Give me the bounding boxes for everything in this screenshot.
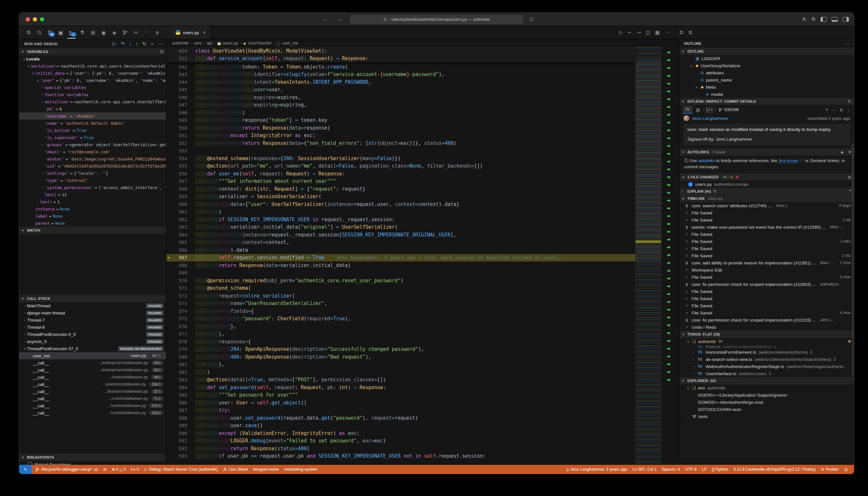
github-icon[interactable]: ◉ bbox=[99, 26, 108, 38]
branch-item[interactable]: lifecycle/fix-debugger-setup* bbox=[33, 467, 101, 471]
toggle-secondary-sidebar-icon[interactable] bbox=[843, 17, 849, 22]
code-line[interactable]: 579············204: OpenApiResponse(desc… bbox=[166, 346, 635, 353]
step-into-icon[interactable]: ↓ bbox=[129, 41, 131, 47]
code-line[interactable]: 542················token: Token = Token.… bbox=[166, 63, 635, 71]
language-item[interactable]: {} Python bbox=[709, 467, 731, 471]
problems-item[interactable]: ⊗ 0 △ 0 bbox=[109, 467, 128, 471]
code-line[interactable]: 549················response["token"] = t… bbox=[166, 117, 635, 124]
code-line[interactable]: 577········), bbox=[166, 330, 635, 338]
secondary-sidebar-icon-1[interactable]: ⧉ bbox=[680, 30, 683, 35]
call-stack-frame[interactable]: __call__.../brands/middleware.py31:1 bbox=[19, 388, 166, 395]
todo-item[interactable]: ›TSHorizontalFormElement.ts(web/src/elem… bbox=[680, 348, 854, 356]
timeline-item[interactable]: ○Workspace Edit bbox=[680, 266, 854, 274]
code-line[interactable]: 590········except (ValidationError, Inte… bbox=[166, 430, 635, 437]
outline-item[interactable]: ∨◆Meta bbox=[680, 83, 854, 91]
gitlens-search-tab[interactable] bbox=[683, 106, 693, 114]
breadcrumb-item[interactable]: users.py bbox=[223, 41, 238, 45]
encoding-item[interactable]: UTF-8 bbox=[682, 467, 699, 471]
variable-row[interactable]: ∨'user'={'pk': 6, 'username': 'akadmin',… bbox=[19, 77, 166, 84]
close-tab-icon[interactable]: ✕ bbox=[203, 30, 206, 35]
explorer-go-item[interactable]: GOTOOLCHAIN=auto bbox=[680, 406, 854, 413]
variable-row[interactable]: 'avatar'='data:image/svg+xml;base64,PHN2… bbox=[19, 155, 166, 162]
breadcrumb[interactable]: authentik›core›api›users.py›◆UserViewSet… bbox=[166, 39, 679, 47]
more-actions-icon[interactable]: ⋯ bbox=[845, 41, 850, 46]
call-stack-frame[interactable]: __call__.../enterprise/middleware.py39:1 bbox=[19, 359, 166, 367]
author-name[interactable]: Jens Langhammer bbox=[692, 116, 728, 121]
back-icon[interactable]: ← bbox=[832, 108, 836, 112]
breadcrumb-item[interactable]: api bbox=[206, 41, 212, 45]
code-line[interactable]: 551············except IntegrityError as … bbox=[166, 132, 635, 140]
gitlens-section-header[interactable]: ∨ GITLENS: INSPECT: COMMIT DETAILS ↻ bbox=[680, 98, 854, 105]
code-line[interactable]: 573············name="UserPasswordSetSeri… bbox=[166, 300, 635, 308]
jira-issues-link[interactable]: Jira issues bbox=[778, 158, 798, 164]
code-line[interactable]: 574············fields={ bbox=[166, 307, 635, 315]
timeline-item[interactable]: ○File Saved bbox=[680, 295, 854, 302]
variable-row[interactable]: 'username'='akadmin' bbox=[19, 112, 166, 120]
toggle-primary-sidebar-icon[interactable] bbox=[821, 17, 827, 22]
explorer-go-section-header[interactable]: ∨ EXPLORER: GO bbox=[680, 377, 854, 384]
restart-icon[interactable]: ↻ bbox=[142, 41, 146, 47]
timeline-item[interactable]: ○File Saved bbox=[680, 209, 854, 216]
code-line[interactable]: 585········"""Set password for user""" bbox=[166, 391, 635, 399]
variable-row[interactable]: ∨serializer=<authentik.core.api.users.Se… bbox=[19, 62, 166, 69]
code-line[interactable]: ➤567········self.request.session.modifie… bbox=[166, 254, 635, 262]
variable-row[interactable]: len()=1 bbox=[19, 198, 166, 205]
commit-author-row[interactable]: Jens Langhammer committed 3 years ago bbox=[680, 114, 854, 122]
next-change-icon[interactable]: ⇢ bbox=[637, 30, 641, 35]
code-line[interactable]: 559········serializer = SessionUserSeria… bbox=[166, 193, 635, 201]
outline-item[interactable]: ⊡model bbox=[680, 91, 854, 98]
call-stack-frame[interactable]: __call__.../root/middleware.py275:1 bbox=[19, 402, 166, 409]
autolinks-link[interactable]: autolinks bbox=[698, 158, 715, 163]
more-actions-icon[interactable]: ⋯ bbox=[665, 30, 669, 35]
breadcrumb-item[interactable]: user_me bbox=[282, 41, 298, 45]
code-line[interactable]: 568········return Response(data=serializ… bbox=[166, 262, 635, 269]
variable-row[interactable]: ›'settings'={'locale': ''} bbox=[19, 170, 166, 177]
prev-change-icon[interactable]: ⇠ bbox=[627, 30, 632, 35]
interpreter-item[interactable]: 3.12.8 ('authentik-xEAhpGPh-py3.12': Poe… bbox=[731, 467, 818, 471]
changed-file-row[interactable]: ± users.py authentik/core/api bbox=[680, 181, 854, 188]
explorer-go-item[interactable]: ›⚒tools bbox=[680, 413, 854, 420]
code-line[interactable]: 565················context=context, bbox=[166, 239, 635, 247]
commit-sha[interactable]: f285096 bbox=[718, 108, 739, 112]
variable-row[interactable]: ›'groups'=<generator object UserSelfSeri… bbox=[19, 141, 166, 148]
nav-back-icon[interactable]: ← bbox=[323, 16, 328, 22]
code-line[interactable]: 556····def user_me(self, request: Reques… bbox=[166, 170, 635, 178]
variable-row[interactable]: ›special variables bbox=[19, 84, 166, 91]
sticky-line[interactable]: 512····def service_account(self, request… bbox=[166, 55, 635, 63]
settings-gear-icon[interactable]: ⚙ bbox=[811, 16, 816, 22]
sticky-line[interactable]: 424class UserViewSet(UsedByMixin, ModelV… bbox=[166, 47, 635, 55]
call-stack-frame[interactable]: __call__.../core/middleware.py48:1 bbox=[19, 374, 166, 381]
checkbox[interactable] bbox=[28, 462, 32, 465]
timeline-item[interactable]: ϕevents: make sure password set event ha… bbox=[680, 223, 854, 231]
code-line[interactable]: 592············return Response(status=40… bbox=[166, 445, 635, 452]
nav-forward-icon[interactable]: → bbox=[337, 16, 342, 22]
code-line[interactable]: 562········if SESSION_KEY_IMPERSONATE_US… bbox=[166, 216, 635, 223]
code-line[interactable]: 570····@permission_required(obj_perm="au… bbox=[166, 277, 635, 284]
explain-ai-section-header[interactable]: › EXPLAIN (AI) ⚗ ❞ bbox=[680, 188, 854, 195]
variables-actions-icon[interactable]: ⧉ bbox=[160, 49, 164, 54]
code-line[interactable]: 563············serializer.initial_data["… bbox=[166, 223, 635, 231]
pin-icon[interactable]: ⌖ bbox=[826, 107, 828, 112]
variable-row[interactable]: ›'system_permissions'=['access_admin_int… bbox=[19, 184, 166, 191]
timeline-item[interactable]: ϕcore: add ability to provide reason for… bbox=[680, 259, 854, 266]
timeline-item[interactable]: ○File Saved bbox=[680, 288, 854, 295]
code-line[interactable]: 546····················expires=expires, bbox=[166, 94, 635, 101]
code-line[interactable]: 553 bbox=[166, 147, 635, 155]
code-line[interactable]: 548················) bbox=[166, 109, 635, 117]
code-line[interactable]: 587········try: bbox=[166, 407, 635, 415]
files-changed-section-header[interactable]: ∨ 1 FILE CHANGED +0 ~1 -0 ≣ bbox=[680, 173, 854, 181]
variable-row[interactable]: ›serializer=<authentik.core.api.users.Us… bbox=[19, 98, 166, 105]
code-line[interactable]: 544····················intent=TokenInten… bbox=[166, 78, 635, 86]
run-python-icon[interactable]: ▷ bbox=[619, 30, 623, 35]
secondary-sidebar-icon-2[interactable]: ≣ bbox=[688, 30, 693, 35]
explorer-go-item[interactable]: GOMOD=~/dev/authentik/go.mod bbox=[680, 399, 854, 406]
monitoring-system-item[interactable]: monitoring-system bbox=[282, 467, 320, 471]
outline-item[interactable]: ▤LOGGER bbox=[680, 55, 854, 62]
breadcrumb-item[interactable]: UserViewSet bbox=[248, 41, 271, 45]
indentation-item[interactable]: Spaces: 4 bbox=[659, 467, 682, 471]
variable-row[interactable]: 'name'='authentik Default Admin' bbox=[19, 120, 166, 127]
minimize-window-button[interactable] bbox=[33, 17, 37, 21]
record-icon[interactable]: ◌ bbox=[142, 26, 151, 38]
code-line[interactable]: 555····@action(url_path="me", url_name="… bbox=[166, 162, 635, 170]
code-line[interactable]: 581········}, bbox=[166, 361, 635, 369]
